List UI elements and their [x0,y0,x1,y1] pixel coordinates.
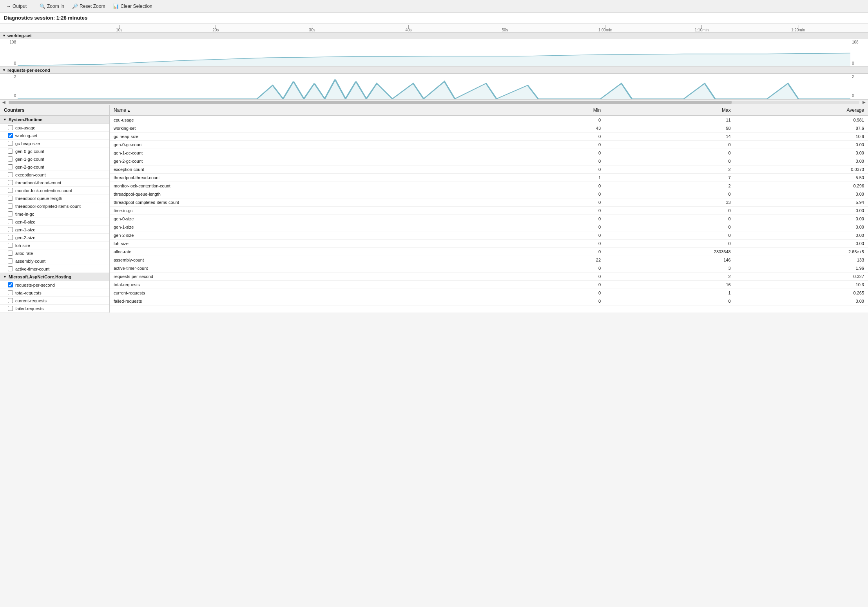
chart-scrollbar[interactable]: ◀ ▶ [0,99,868,105]
table-row[interactable]: gen-0-size 0 0 0.00 [110,215,868,223]
clear-selection-button[interactable]: 📊 Clear Selection [110,2,155,10]
table-row[interactable]: exception-count 0 2 0.0370 [110,165,868,174]
counter-item[interactable]: monitor-lock-contention-count [0,187,109,194]
counter-checkbox-active-timer-count[interactable] [8,266,13,271]
table-row[interactable]: threadpool-thread-count 1 7 5.50 [110,174,868,182]
table-row[interactable]: active-timer-count 0 3 1.96 [110,264,868,273]
counter-checkbox-threadpool-thread-count[interactable] [8,180,13,185]
counter-item[interactable]: threadpool-completed-items-count [0,202,109,210]
counter-checkbox-threadpool-queue-length[interactable] [8,196,13,201]
counter-item[interactable]: time-in-gc [0,210,109,218]
cell-avg: 1.96 [735,264,868,273]
counter-item[interactable]: threadpool-queue-length [0,194,109,202]
counter-item[interactable]: requests-per-second [0,281,109,289]
counter-checkbox-gen-0-size[interactable] [8,219,13,224]
counter-checkbox-gen-2-size[interactable] [8,235,13,240]
col-min[interactable]: Min [523,105,605,116]
counter-checkbox-working-set[interactable] [8,133,13,138]
table-row[interactable]: requests-per-second 0 2 0.327 [110,273,868,281]
table-row[interactable]: gen-0-gc-count 0 0 0.00 [110,141,868,149]
counter-checkbox-time-in-gc[interactable] [8,211,13,216]
counter-label: working-set [15,133,37,138]
counter-checkbox-assembly-count[interactable] [8,258,13,264]
cell-max: 0 [605,207,735,215]
cell-avg: 0.00 [735,207,868,215]
counter-checkbox-gc-heap-size[interactable] [8,141,13,146]
counter-item[interactable]: gen-0-gc-count [0,147,109,155]
cell-name: exception-count [110,165,523,174]
requests-per-second-label: requests-per-second [7,68,50,73]
table-row[interactable]: loh-size 0 0 0.00 [110,240,868,248]
counter-checkbox-alloc-rate[interactable] [8,251,13,256]
counter-group-0[interactable]: ▼System.Runtime [0,116,109,124]
counter-checkbox-monitor-lock-contention-count[interactable] [8,188,13,193]
counter-checkbox-total-requests[interactable] [8,290,13,295]
table-row[interactable]: threadpool-completed-items-count 0 33 5.… [110,198,868,207]
counter-item[interactable]: gen-1-gc-count [0,155,109,163]
counter-checkbox-cpu-usage[interactable] [8,125,13,130]
scroll-track[interactable] [9,101,859,104]
cell-avg: 0.981 [735,116,868,124]
table-row[interactable]: working-set 43 98 87.6 [110,124,868,133]
counter-checkbox-gen-2-gc-count[interactable] [8,164,13,169]
table-row[interactable]: threadpool-queue-length 0 0 0.00 [110,190,868,198]
counter-label: current-requests [15,298,47,303]
counter-item[interactable]: loh-size [0,242,109,249]
col-name[interactable]: Name [110,105,523,116]
counter-group-1[interactable]: ▼Microsoft.AspNetCore.Hosting [0,273,109,281]
scroll-right[interactable]: ▶ [860,100,868,104]
counter-label: time-in-gc [15,212,34,216]
counter-checkbox-current-requests[interactable] [8,298,13,303]
counter-checkbox-gen-1-gc-count[interactable] [8,156,13,162]
table-row[interactable]: gen-2-gc-count 0 0 0.00 [110,157,868,165]
table-row[interactable]: current-requests 0 1 0.265 [110,289,868,297]
scroll-left[interactable]: ◀ [0,100,8,104]
counter-checkbox-exception-count[interactable] [8,172,13,177]
table-row[interactable]: gen-2-size 0 0 0.00 [110,231,868,240]
counter-item[interactable]: gen-1-size [0,226,109,234]
counter-checkbox-gen-1-size[interactable] [8,227,13,232]
counter-item[interactable]: alloc-rate [0,249,109,257]
counter-item[interactable]: gen-2-size [0,234,109,242]
counter-item[interactable]: failed-requests [0,305,109,313]
counter-item[interactable]: active-timer-count [0,265,109,273]
counter-item[interactable]: threadpool-thread-count [0,179,109,187]
cell-min: 0 [523,116,605,124]
counter-item[interactable]: gen-2-gc-count [0,163,109,171]
counter-checkbox-threadpool-completed-items-count[interactable] [8,204,13,209]
col-max[interactable]: Max [605,105,735,116]
table-row[interactable]: assembly-count 22 146 133 [110,256,868,264]
counter-item[interactable]: current-requests [0,297,109,305]
counter-item[interactable]: exception-count [0,171,109,179]
counter-checkbox-requests-per-second[interactable] [8,282,13,287]
counter-item[interactable]: gen-0-size [0,218,109,226]
table-row[interactable]: gc-heap-size 0 14 10.6 [110,133,868,141]
zoom-in-button[interactable]: 🔍 Zoom In [36,2,67,10]
counter-item[interactable]: gc-heap-size [0,140,109,147]
table-row[interactable]: cpu-usage 0 11 0.981 [110,116,868,124]
counter-checkbox-failed-requests[interactable] [8,306,13,311]
cell-min: 0 [523,223,605,231]
counter-item[interactable]: working-set [0,132,109,140]
divider-1 [33,2,33,10]
rps-y-right: 2 0 [850,74,868,99]
cell-avg: 0.327 [735,273,868,281]
output-button[interactable]: → Output [3,2,30,10]
table-row[interactable]: gen-1-size 0 0 0.00 [110,223,868,231]
cell-min: 0 [523,141,605,149]
scroll-thumb[interactable] [9,101,732,104]
cell-avg: 0.265 [735,289,868,297]
table-row[interactable]: total-requests 0 16 10.3 [110,281,868,289]
counter-checkbox-gen-0-gc-count[interactable] [8,149,13,154]
table-row[interactable]: monitor-lock-contention-count 0 2 0.296 [110,182,868,190]
counter-item[interactable]: assembly-count [0,257,109,265]
table-row[interactable]: gen-1-gc-count 0 0 0.00 [110,149,868,157]
table-row[interactable]: alloc-rate 0 2803648 2.65e+5 [110,248,868,256]
counter-item[interactable]: total-requests [0,289,109,297]
col-avg[interactable]: Average [735,105,868,116]
reset-zoom-button[interactable]: 🔎 Reset Zoom [69,2,108,10]
counter-checkbox-loh-size[interactable] [8,243,13,248]
counter-item[interactable]: cpu-usage [0,124,109,132]
table-row[interactable]: time-in-gc 0 0 0.00 [110,207,868,215]
table-row[interactable]: failed-requests 0 0 0.00 [110,297,868,305]
